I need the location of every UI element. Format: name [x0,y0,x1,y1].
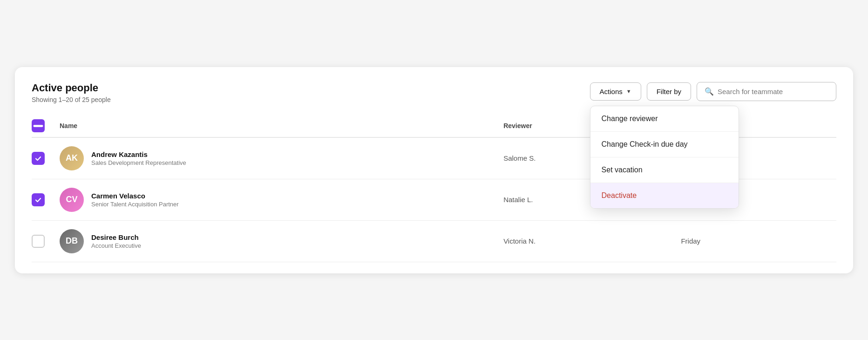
person-info-carmen: Carmen Velasco Senior Talent Acquisition… [91,192,179,208]
person-cell-desiree: DB Desiree Burch Account Executive [60,229,496,253]
chevron-down-icon: ▼ [626,88,631,94]
person-name-andrew: Andrew Kazantis [91,150,186,158]
dropdown-item-change-checkin[interactable]: Change Check-in due day [590,132,739,157]
checkbox-unchecked-desiree[interactable] [32,235,45,248]
checkbox-checked-carmen[interactable] [32,193,45,206]
select-all-checkbox[interactable] [32,119,45,132]
page-title: Active people [32,82,111,94]
dropdown-item-change-reviewer[interactable]: Change reviewer [590,106,739,132]
avatar-carmen: CV [60,188,84,212]
dropdown-item-set-vacation[interactable]: Set vacation [590,157,739,183]
row-person-desiree: DB Desiree Burch Account Executive [60,220,503,262]
search-box: 🔍 [697,82,836,101]
checkin-desiree: Friday [681,220,836,262]
person-name-desiree: Desiree Burch [91,233,141,241]
actions-wrapper: Actions ▼ Change reviewer Change Check-i… [590,82,641,101]
dropdown-menu: Change reviewer Change Check-in due day … [590,106,739,209]
header-actions: Actions ▼ Change reviewer Change Check-i… [590,82,836,101]
person-role-carmen: Senior Talent Acquisition Partner [91,201,179,208]
header-row: Active people Showing 1–20 of 25 people … [32,82,836,103]
person-info-desiree: Desiree Burch Account Executive [91,233,141,249]
avatar-desiree: DB [60,229,84,253]
title-block: Active people Showing 1–20 of 25 people [32,82,111,103]
row-person-andrew: AK Andrew Kazantis Sales Development Rep… [60,137,503,179]
filter-by-button[interactable]: Filter by [647,82,691,101]
reviewer-desiree: Victoria N. [503,220,681,262]
search-input[interactable] [718,88,828,95]
actions-label: Actions [600,88,623,95]
person-name-carmen: Carmen Velasco [91,192,179,200]
person-info-andrew: Andrew Kazantis Sales Development Repres… [91,150,186,166]
checkbox-checked-andrew[interactable] [32,152,45,165]
col-header-checkbox [32,115,60,137]
row-checkbox-andrew[interactable] [32,137,60,179]
row-checkbox-desiree[interactable] [32,220,60,262]
svg-rect-0 [34,125,43,127]
person-cell-andrew: AK Andrew Kazantis Sales Development Rep… [60,146,496,170]
dropdown-item-deactivate[interactable]: Deactivate [590,183,739,208]
row-checkbox-carmen[interactable] [32,179,60,220]
table-row: DB Desiree Burch Account Executive Victo… [32,220,836,262]
main-card: Active people Showing 1–20 of 25 people … [15,67,853,273]
avatar-andrew: AK [60,146,84,170]
subtitle: Showing 1–20 of 25 people [32,96,111,103]
person-cell-carmen: CV Carmen Velasco Senior Talent Acquisit… [60,188,496,212]
person-role-desiree: Account Executive [91,242,141,249]
actions-button[interactable]: Actions ▼ [590,82,641,101]
person-role-andrew: Sales Development Representative [91,159,186,166]
row-person-carmen: CV Carmen Velasco Senior Talent Acquisit… [60,179,503,220]
col-header-name: Name [60,115,503,137]
search-icon: 🔍 [705,87,714,96]
